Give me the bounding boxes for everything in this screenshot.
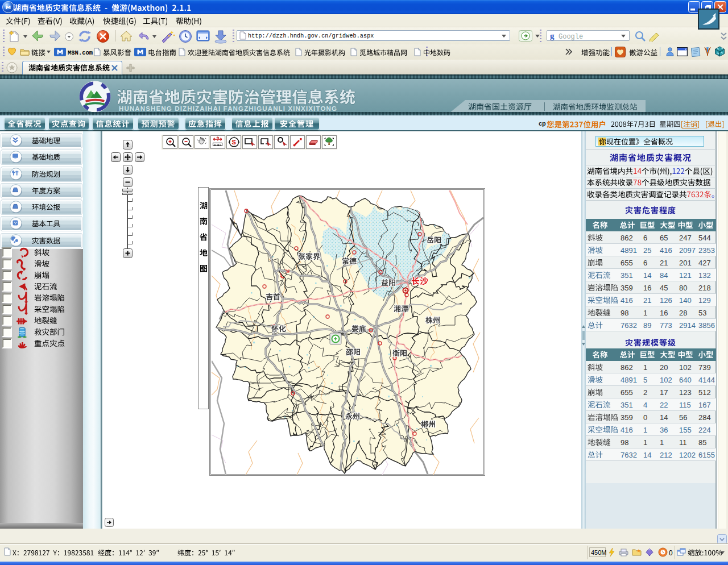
svg-text:S: S	[232, 139, 236, 146]
